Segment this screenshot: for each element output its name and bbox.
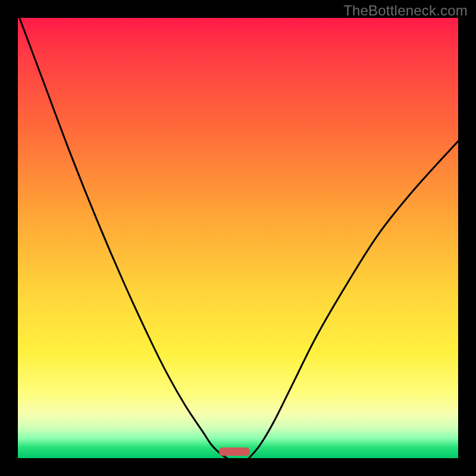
bottleneck-curve — [18, 18, 458, 458]
watermark-text: TheBottleneck.com — [343, 2, 468, 19]
plot-area — [18, 18, 458, 458]
curve-left-branch — [18, 18, 227, 458]
chart-frame: TheBottleneck.com — [0, 0, 476, 476]
curve-right-branch — [249, 141, 459, 458]
bottleneck-marker — [219, 447, 250, 456]
